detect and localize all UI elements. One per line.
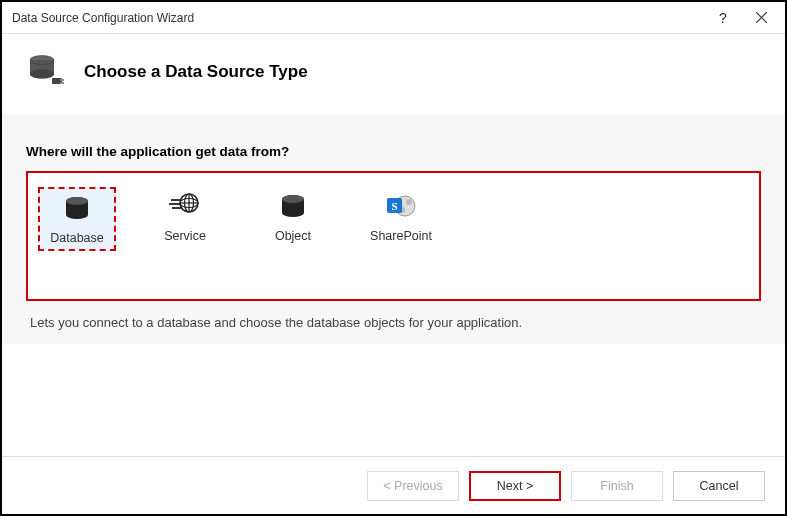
option-label: SharePoint [370,229,432,243]
titlebar: Data Source Configuration Wizard ? [2,2,785,34]
svg-point-4 [30,70,54,79]
option-database[interactable]: Database [38,187,116,251]
option-object[interactable]: Object [254,187,332,247]
option-label: Object [275,229,311,243]
option-label: Service [164,229,206,243]
svg-text:S: S [391,200,397,212]
object-icon [277,191,309,223]
help-button[interactable]: ? [705,4,741,32]
svg-point-21 [406,199,412,205]
wizard-footer: < Previous Next > Finish Cancel [2,456,785,514]
sharepoint-icon: S [385,191,417,223]
close-icon [756,12,767,23]
svg-rect-6 [60,79,64,81]
service-icon [169,191,201,223]
svg-rect-7 [60,82,64,84]
wizard-content: Where will the application get data from… [2,114,785,344]
database-icon [61,193,93,225]
option-label: Database [50,231,104,245]
previous-button: < Previous [367,471,459,501]
wizard-header-icon [26,52,66,92]
option-sharepoint[interactable]: S SharePoint [362,187,440,247]
help-icon: ? [719,10,727,26]
data-source-options: Database Service [26,171,761,301]
svg-point-19 [282,195,304,203]
window-title: Data Source Configuration Wizard [12,11,194,25]
next-button[interactable]: Next > [469,471,561,501]
wizard-header: Choose a Data Source Type [2,34,785,114]
finish-button: Finish [571,471,663,501]
option-description: Lets you connect to a database and choos… [26,301,761,334]
prompt-text: Where will the application get data from… [26,144,761,159]
option-service[interactable]: Service [146,187,224,247]
titlebar-controls: ? [705,4,779,32]
close-button[interactable] [743,4,779,32]
cancel-button[interactable]: Cancel [673,471,765,501]
svg-point-9 [66,197,88,205]
wizard-title: Choose a Data Source Type [84,62,308,82]
